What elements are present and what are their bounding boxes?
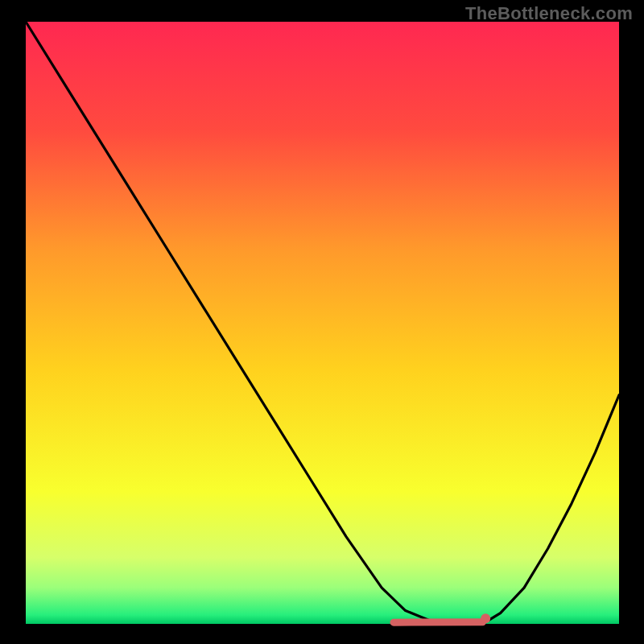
watermark-text: TheBottleneck.com: [465, 3, 633, 24]
chart-frame: TheBottleneck.com: [0, 0, 644, 644]
gradient-background: [26, 22, 619, 624]
ideal-dot: [481, 613, 490, 623]
chart-svg: [0, 0, 644, 644]
